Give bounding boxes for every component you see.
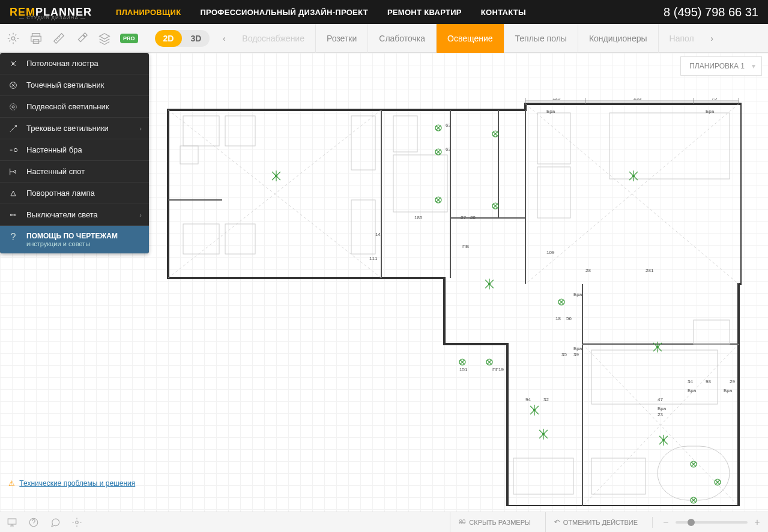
canvas-area[interactable]: ПЛАНИРОВКА 1 Потолочная люстра Точечный … — [0, 53, 768, 512]
layout-selector[interactable]: ПЛАНИРОВКА 1 — [680, 56, 762, 76]
nav-planner[interactable]: ПЛАНИРОВЩИК — [116, 8, 181, 17]
svg-rect-13 — [225, 116, 255, 146]
fixture-label: Бра — [546, 109, 555, 114]
view-2d-button[interactable]: 2D — [155, 30, 183, 47]
spot-icon — [7, 79, 19, 91]
help-subtitle: инструкции и советы — [26, 240, 118, 247]
help-icon: ? — [7, 232, 19, 244]
layout-selector-label: ПЛАНИРОВКА 1 — [689, 62, 745, 70]
dim-label: 34 — [688, 379, 693, 384]
settings-icon[interactable] — [6, 31, 20, 46]
dim-label: 28 — [470, 215, 476, 220]
view-3d-button[interactable]: 3D — [182, 30, 210, 47]
track-icon — [7, 122, 19, 135]
toolbar: PRO 2D 3D ‹ Водоснабжение Розетки Слабот… — [0, 24, 768, 53]
svg-rect-25 — [694, 320, 730, 344]
undo-button[interactable]: ↶ ОТМЕНИТЬ ДЕЙСТВИЕ — [545, 512, 646, 533]
dim-label: 56 — [566, 316, 572, 321]
nav-design[interactable]: ПРОФЕССИОНАЛЬНЫЙ ДИЗАЙН-ПРОЕКТ — [200, 8, 367, 17]
nav-contacts[interactable]: КОНТАКТЫ — [481, 8, 526, 17]
svg-rect-12 — [183, 116, 219, 146]
svg-point-9 — [14, 214, 16, 216]
dim-label: 63 — [446, 122, 451, 128]
zoom-in-button[interactable]: + — [752, 517, 762, 528]
dim-label: 281 — [646, 268, 654, 273]
rotlamp-icon — [7, 187, 19, 199]
fixture-label: Бра — [706, 109, 715, 114]
tab-floor[interactable]: Напол — [659, 24, 705, 53]
help-circle-icon[interactable] — [28, 516, 40, 528]
sidebar-item-label: Настенный спот — [26, 167, 85, 176]
sidebar-item-label: Трековые светильники — [26, 124, 109, 133]
sidebar-item-spot[interactable]: Точечный светильник — [0, 74, 149, 96]
sidebar-item-chandelier[interactable]: Потолочная люстра — [0, 53, 149, 74]
sidebar-item-wallspot[interactable]: Настенный спот — [0, 161, 149, 183]
zoom-slider[interactable] — [676, 521, 748, 524]
svg-rect-15 — [225, 224, 255, 254]
sidebar-item-switches[interactable]: Выключатели света › — [0, 204, 149, 226]
ruler-icon[interactable] — [52, 31, 66, 46]
tools-icon[interactable] — [74, 31, 89, 46]
dim-label: 98 — [706, 379, 711, 384]
warning-icon: ⚠ — [8, 479, 15, 488]
chat-icon[interactable] — [49, 516, 61, 528]
dim-label: 23 — [658, 412, 663, 417]
svg-point-7 — [12, 106, 14, 108]
tab-water[interactable]: Водоснабжение — [231, 24, 316, 53]
svg-rect-1 — [32, 33, 40, 36]
lighting-palette: Потолочная люстра Точечный светильник По… — [0, 53, 149, 253]
svg-rect-21 — [537, 113, 570, 164]
fixture-label: Бра — [658, 406, 667, 411]
tech-problems-label[interactable]: Технические проблемы и решения — [19, 479, 135, 488]
svg-rect-26 — [591, 458, 646, 494]
sidebar-item-track[interactable]: Трековые светильники › — [0, 118, 149, 139]
fixture-label: Бра — [573, 292, 582, 297]
dim-label: 109 — [546, 250, 555, 255]
pro-badge[interactable]: PRO — [120, 34, 138, 43]
logo[interactable]: REM PLANNER — СТУДИЯ ДИЗАЙНА — — [10, 6, 92, 19]
sidebar-item-rotlamp[interactable]: Поворотная лампа — [0, 183, 149, 204]
sidebar-item-sconce[interactable]: Настенный бра — [0, 139, 149, 161]
svg-rect-20 — [393, 155, 447, 212]
top-bar: REM PLANNER — СТУДИЯ ДИЗАЙНА — ПЛАНИРОВЩ… — [0, 0, 768, 24]
status-bar: 80 СКРЫТЬ РАЗМЕРЫ ↶ ОТМЕНИТЬ ДЕЙСТВИЕ − … — [0, 512, 768, 532]
logo-subtitle: — СТУДИЯ ДИЗАЙНА — — [19, 15, 86, 20]
dim-label: 125 — [552, 98, 561, 101]
svg-rect-16 — [180, 146, 198, 164]
svg-rect-34 — [8, 519, 16, 524]
nav-repair[interactable]: РЕМОНТ КВАРТИР — [387, 8, 462, 17]
sidebar-item-pendant[interactable]: Подвесной светильник — [0, 96, 149, 118]
tab-scroll-right[interactable]: › — [705, 34, 719, 43]
tech-problems-link[interactable]: ⚠ Технические проблемы и решения — [8, 479, 135, 488]
svg-rect-2 — [31, 36, 41, 41]
fixture-label: ПГ19 — [492, 367, 504, 372]
dim-label: 18 — [555, 316, 561, 321]
tab-scroll-left[interactable]: ‹ — [217, 34, 231, 43]
tab-lighting[interactable]: Освещение — [437, 24, 504, 53]
phone-number[interactable]: 8 (495) 798 66 31 — [664, 5, 758, 19]
sidebar-help[interactable]: ? ПОМОЩЬ ПО ЧЕРТЕЖАМ инструкции и советы — [0, 226, 149, 253]
dim-label: 39 — [573, 352, 579, 357]
tab-heating[interactable]: Теплые полы — [504, 24, 578, 53]
floorplan[interactable]: 125 233 75 63 63 185 27 28 14 111 109 28… — [165, 98, 742, 506]
hide-dimensions-button[interactable]: 80 СКРЫТЬ РАЗМЕРЫ — [450, 512, 539, 533]
dim-label: 75 — [712, 98, 717, 101]
dim-label: 27 — [461, 215, 466, 220]
gear-icon[interactable] — [71, 516, 83, 528]
monitor-icon[interactable] — [6, 516, 18, 528]
layers-icon[interactable] — [97, 31, 112, 46]
undo-label: ОТМЕНИТЬ ДЕЙСТВИЕ — [563, 519, 638, 526]
svg-rect-28 — [513, 458, 573, 494]
dim-label: 14 — [375, 232, 381, 237]
zoom-control: − + — [652, 517, 762, 528]
tab-lowvoltage[interactable]: Слаботочка — [368, 24, 437, 53]
tab-sockets[interactable]: Розетки — [316, 24, 368, 53]
chevron-right-icon: › — [139, 211, 142, 219]
ruler-small-icon: 80 — [459, 519, 465, 525]
help-title: ПОМОЩЬ ПО ЧЕРТЕЖАМ — [26, 232, 118, 240]
print-icon[interactable] — [29, 31, 43, 46]
svg-rect-18 — [351, 200, 375, 254]
tab-ac[interactable]: Кондиционеры — [578, 24, 659, 53]
zoom-out-button[interactable]: − — [661, 517, 671, 528]
svg-rect-19 — [393, 116, 417, 152]
